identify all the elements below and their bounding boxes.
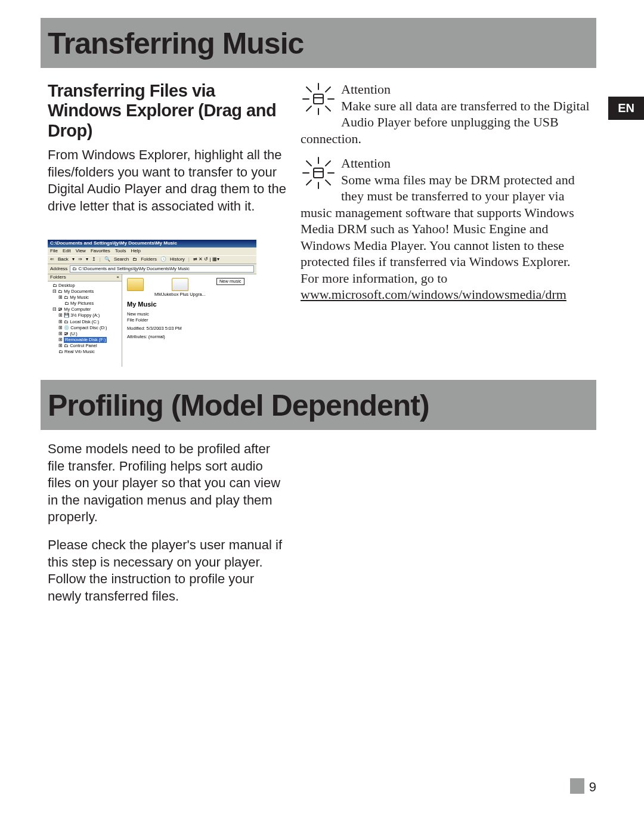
search-icon: 🔍 [104, 257, 110, 262]
toolbar-back-label: Back [58, 257, 69, 262]
svg-line-17 [306, 180, 311, 185]
folders-icon: 🗀 [132, 257, 137, 262]
page-number: 9 [570, 778, 596, 795]
address-label: Address [50, 267, 67, 272]
address-value: C:\Documents and Settings\ljy\My Documen… [78, 266, 189, 271]
windows-explorer-screenshot: C:\Documents and Settings\ljy\My Documen… [48, 240, 256, 367]
body-drag-and-drop: From Windows Explorer, highlight all the… [48, 147, 286, 215]
subheading-drag-and-drop: Transferring Files via Windows Explorer … [48, 81, 286, 141]
svg-line-14 [306, 161, 311, 166]
tree-real-music: 🗀 Real Vrb Music [49, 349, 120, 355]
meta-newmusic: New music [127, 311, 252, 317]
attention1-body: Make sure all data are transferred to th… [301, 98, 590, 146]
menu-edit: Edit [63, 249, 71, 254]
tree-my-computer: ⊟ 🖳 My Computer [49, 307, 120, 312]
tree-my-music: ⊞ 🗀 My Music [49, 295, 120, 301]
shortcut-icon [172, 278, 188, 291]
menu-help: Help [131, 249, 140, 254]
toolbar-search-label: Search [114, 257, 129, 262]
tree-floppy: ⊞ 💾 3½ Floppy (A:) [49, 312, 120, 318]
svg-line-16 [326, 161, 330, 166]
menu-view: View [76, 249, 86, 254]
svg-rect-8 [314, 94, 323, 104]
content-folder-item [127, 278, 144, 297]
svg-line-5 [326, 106, 330, 111]
address-field: 🗀 C:\Documents and Settings\ljy\My Docum… [70, 265, 254, 273]
forward-icon: ⇒ [78, 257, 82, 262]
content-shortcut-label: MMJukebox Plus Upgra... [154, 292, 206, 297]
explorer-titlebar: C:\Documents and Settings\ljy\My Documen… [48, 240, 256, 247]
tree-local-disk: ⊞ 🗀 Local Disk (C:) [49, 319, 120, 325]
new-music-button: New music [216, 278, 244, 285]
attention2-body-part1: Some wma files may be DRM protected and … [301, 172, 575, 270]
section-title-transferring-music: Transferring Music [41, 18, 596, 68]
tree-compact-disc: ⊞ 💿 Compact Disc (D:) [49, 325, 120, 331]
svg-line-15 [326, 180, 330, 185]
svg-rect-18 [314, 168, 323, 178]
up-icon: ↥ [92, 257, 96, 262]
folders-header-label: Folders [50, 275, 66, 280]
tree-my-pictures: 🗀 My Pictures [49, 301, 120, 307]
profiling-paragraph-1: Some models need to be profiled after fi… [48, 441, 286, 526]
attention2-body-part2: For more information, go to [301, 271, 447, 286]
folder-icon: 🗀 [72, 266, 77, 271]
tree-u-drive: ⊞ 🖳 (U:) [49, 331, 120, 337]
tree-removable-disk: ⊞ Removable Disk (F:) [49, 337, 120, 343]
svg-line-4 [306, 87, 311, 92]
section-title-profiling: Profiling (Model Dependent) [41, 380, 596, 430]
history-icon: 🕓 [160, 257, 166, 262]
attention-box-data-transfer: Attention Make sure all data are transfe… [301, 81, 596, 147]
menu-file: File [50, 249, 58, 254]
meta-modified: Modified: 5/3/2003 5:03 PM [127, 326, 252, 332]
menu-favorites: Favorites [91, 249, 110, 254]
tree-desktop: 🗀 Desktop [49, 283, 120, 289]
menu-tools: Tools [115, 249, 126, 254]
attention2-link[interactable]: www.microsoft.com/windows/windowsmedia/d… [301, 287, 566, 302]
page-number-value: 9 [589, 779, 596, 794]
tree-my-documents: ⊟ 🗀 My Documents [49, 289, 120, 295]
svg-line-7 [306, 106, 311, 111]
svg-line-6 [326, 87, 330, 92]
explorer-toolbar: ⇐ Back ▾ ⇒ ▾ ↥ | 🔍Search 🗀Folders 🕓Histo… [48, 255, 256, 264]
close-icon: × [116, 275, 119, 280]
back-icon: ⇐ [50, 257, 54, 262]
toolbar-folders-label: Folders [141, 257, 157, 262]
profiling-paragraph-2: Please check the player's user manual if… [48, 537, 286, 605]
meta-attributes: Attributes: (normal) [127, 334, 252, 340]
meta-filefolder: File Folder [127, 317, 252, 323]
page-number-marker [570, 778, 584, 794]
folders-pane: Folders × 🗀 Desktop ⊟ 🗀 My Documents ⊞ 🗀… [48, 274, 122, 367]
attention-burst-icon [301, 155, 336, 191]
explorer-addressbar: Address 🗀 C:\Documents and Settings\ljy\… [48, 264, 256, 274]
content-shortcut-item: MMJukebox Plus Upgra... [154, 278, 206, 297]
attention2-title: Attention [341, 156, 391, 171]
content-pane-heading: My Music [127, 301, 252, 308]
folder-icon [127, 278, 144, 291]
attention1-title: Attention [341, 82, 391, 97]
explorer-menubar: File Edit View Favorites Tools Help [48, 247, 256, 255]
attention-box-drm: Attention Some wma files may be DRM prot… [301, 155, 596, 303]
tree-control-panel: ⊞ 🗀 Control Panel [49, 343, 120, 349]
toolbar-history-label: History [170, 257, 185, 262]
content-pane: MMJukebox Plus Upgra... New music My Mus… [122, 274, 256, 367]
misc-toolbar-icons: ⇄ ✕ ↺ | ▦▾ [193, 257, 219, 262]
attention-burst-icon [301, 81, 336, 117]
